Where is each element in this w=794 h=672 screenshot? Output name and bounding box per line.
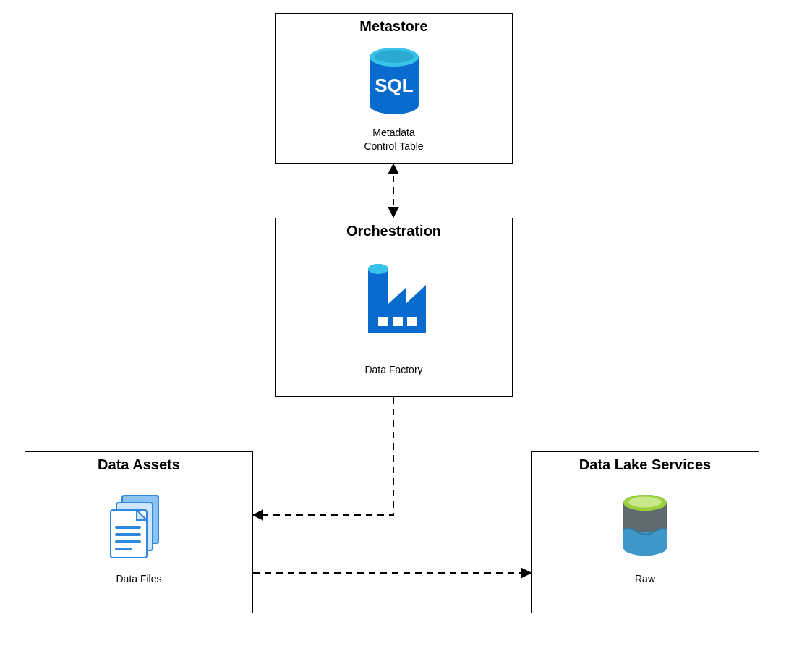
title-data-lake: Data Lake Services <box>532 456 759 473</box>
svg-point-7 <box>368 264 388 274</box>
box-data-assets: Data Assets Data Files <box>25 451 253 613</box>
caption-metastore: Metadata Control Table <box>276 126 512 153</box>
svg-marker-10 <box>406 285 426 304</box>
svg-marker-9 <box>388 288 406 304</box>
edge-orchestration-dataassets <box>253 397 393 515</box>
caption-orchestration: Data Factory <box>276 363 512 377</box>
box-data-lake: Data Lake Services Raw <box>531 451 759 613</box>
caption-data-assets: Data Files <box>25 572 252 586</box>
box-orchestration: Orchestration Data Factory <box>275 218 513 397</box>
sql-database-icon: SQL <box>366 47 422 121</box>
title-metastore: Metastore <box>276 18 512 35</box>
svg-point-3 <box>375 50 414 63</box>
svg-rect-12 <box>393 317 403 326</box>
caption-metastore-line1: Metadata <box>372 127 414 138</box>
svg-rect-13 <box>407 317 417 326</box>
caption-metastore-line2: Control Table <box>364 140 423 152</box>
box-metastore: Metastore SQL Metadata Control Table <box>275 13 513 164</box>
svg-rect-11 <box>378 317 388 326</box>
data-lake-icon <box>620 494 670 563</box>
data-files-icon <box>108 494 170 565</box>
title-data-assets: Data Assets <box>25 456 252 473</box>
svg-point-24 <box>628 497 662 508</box>
data-factory-icon <box>355 259 433 341</box>
title-orchestration: Orchestration <box>276 223 512 239</box>
caption-data-lake: Raw <box>532 572 759 586</box>
svg-text:SQL: SQL <box>375 75 414 96</box>
